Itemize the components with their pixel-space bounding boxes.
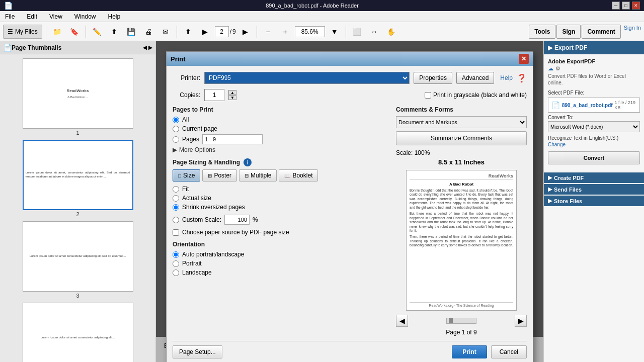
bookmark-button[interactable]: 🔖 <box>67 25 82 39</box>
tab-poster-label: Poster <box>214 172 231 179</box>
export-pdf-title: Export PDF <box>554 44 587 51</box>
save-button[interactable]: 💾 <box>124 25 139 39</box>
minimize-button[interactable]: ─ <box>612 2 620 10</box>
send-files-arrow: ▶ <box>548 186 552 193</box>
summarize-button[interactable]: Summarize Comments <box>396 131 527 145</box>
pan-button[interactable]: ✋ <box>384 25 399 39</box>
edit-button[interactable]: ✏️ <box>90 25 105 39</box>
page-range-input[interactable] <box>202 134 263 144</box>
change-link[interactable]: Change <box>548 142 640 147</box>
custom-scale-radio[interactable] <box>173 217 179 223</box>
menu-view[interactable]: View <box>46 12 65 21</box>
tab-booklet[interactable]: 📖 Booklet <box>279 169 318 182</box>
shrink-label: Shrink oversized pages <box>182 204 245 211</box>
send-files-section[interactable]: ▶ Send Files <box>544 184 644 195</box>
shrink-radio[interactable] <box>173 204 179 211</box>
tab-multiple[interactable]: ⊟ Multiple <box>239 169 277 182</box>
copies-input[interactable] <box>204 89 224 101</box>
comment-button[interactable]: Comment <box>582 25 620 39</box>
sizing-info-icon[interactable]: i <box>244 158 252 166</box>
choose-paper-label: Choose paper source by PDF page size <box>182 229 289 236</box>
print-dialog: Print ✕ Printer: PDF995 Properties Advan… <box>166 51 533 362</box>
menu-bar: File Edit View Window Help <box>0 11 644 22</box>
print-button[interactable]: 🖨 <box>141 25 156 39</box>
menu-help[interactable]: Help <box>105 12 124 21</box>
size-icon: □ <box>178 173 181 178</box>
page-all-radio[interactable] <box>173 117 179 123</box>
thumbnail-4[interactable]: Lorem ipsum dolor sit amet consectetur a… <box>23 303 133 362</box>
prev-page-button[interactable]: ▶ <box>198 25 213 39</box>
store-files-section[interactable]: ▶ Store Files <box>544 196 644 206</box>
window-controls: ─ □ ✕ <box>612 2 640 10</box>
actual-size-radio[interactable] <box>173 195 179 202</box>
prev-preview-button[interactable]: ◀ <box>396 315 408 327</box>
tools-button[interactable]: Tools <box>529 25 555 39</box>
properties-button[interactable]: Properties <box>414 72 452 84</box>
comments-select[interactable]: Document and Markups <box>396 116 527 128</box>
my-files-button[interactable]: ☰ My Files <box>3 25 42 39</box>
zoom-input[interactable] <box>295 26 325 37</box>
page-number-input[interactable] <box>215 26 229 37</box>
panel-collapse-button[interactable]: ◀ ▶ <box>143 45 152 50</box>
copies-up-button[interactable]: ▲ <box>228 90 236 95</box>
tab-multiple-label: Multiple <box>251 172 271 179</box>
help-icon[interactable]: ❓ <box>517 73 527 83</box>
page-thumbnails-icon: 📄 <box>3 44 12 52</box>
help-link[interactable]: Help <box>500 74 513 81</box>
landscape-radio[interactable] <box>173 269 179 276</box>
dialog-close-button[interactable]: ✕ <box>519 54 529 64</box>
print-button[interactable]: Print <box>452 345 487 358</box>
custom-scale-input[interactable] <box>224 215 250 225</box>
next-preview-button[interactable]: ▶ <box>515 315 527 327</box>
first-page-button[interactable]: ⬆ <box>181 25 196 39</box>
panel-header: 📄 Page Thumbnails ◀ ▶ <box>0 41 155 54</box>
grayscale-checkbox[interactable] <box>425 92 431 99</box>
menu-window[interactable]: Window <box>71 12 99 21</box>
page-setup-button[interactable]: Page Setup... <box>173 345 222 358</box>
menu-file[interactable]: File <box>2 12 18 21</box>
landscape-label: Landscape <box>182 269 212 276</box>
printer-select[interactable]: PDF995 <box>204 72 410 84</box>
zoom-dropdown-button[interactable]: ▼ <box>327 25 342 39</box>
sign-in-link[interactable]: Sign In <box>624 25 641 39</box>
thumbnails-list: ReadWorks A Bad Robot ... 1 Lorem ipsum … <box>0 54 155 362</box>
dialog-right-panel: Comments & Forms Document and Markups Su… <box>396 106 527 336</box>
auto-orientation-radio[interactable] <box>173 251 179 258</box>
fit-page-button[interactable]: ⬜ <box>350 25 365 39</box>
thumbnail-1[interactable]: ReadWorks A Bad Robot ... 1 <box>23 58 133 136</box>
zoom-in-button[interactable]: + <box>278 25 293 39</box>
open-folder-button[interactable]: 📁 <box>50 25 65 39</box>
pages-section: Pages to Print All Current page <box>173 106 390 153</box>
page-current-radio[interactable] <box>173 126 179 132</box>
upload-button[interactable]: ⬆ <box>107 25 122 39</box>
grayscale-option: Print in grayscale (black and white) <box>425 92 527 99</box>
advanced-button[interactable]: Advanced <box>456 72 494 84</box>
tab-poster[interactable]: ⊞ Poster <box>202 169 237 182</box>
next-page-button[interactable]: ▶ <box>238 25 253 39</box>
dialog-left-panel: Pages to Print All Current page <box>173 106 390 336</box>
tab-size[interactable]: □ Size <box>173 169 200 182</box>
maximize-button[interactable]: □ <box>622 2 630 10</box>
fit-radio[interactable] <box>173 186 179 193</box>
menu-edit[interactable]: Edit <box>24 12 40 21</box>
thumbnail-3[interactable]: Lorem ipsum dolor sit amet consectetur a… <box>23 221 133 299</box>
more-options-toggle[interactable]: ▶ More Options <box>173 146 390 153</box>
thumbnail-image-4: Lorem ipsum dolor sit amet consectetur a… <box>23 303 133 362</box>
convert-to-select[interactable]: Microsoft Word (*.docx) <box>548 121 640 132</box>
zoom-out-button[interactable]: − <box>261 25 276 39</box>
adobe-export-title: Adobe ExportPDF <box>548 58 640 64</box>
email-button[interactable]: ✉ <box>158 25 173 39</box>
choose-paper-checkbox[interactable] <box>173 229 179 236</box>
copies-down-button[interactable]: ▼ <box>228 95 236 100</box>
sign-button[interactable]: Sign <box>556 25 581 39</box>
close-button[interactable]: ✕ <box>632 2 640 10</box>
convert-button[interactable]: Convert <box>548 151 640 164</box>
portrait-radio[interactable] <box>173 260 179 267</box>
fit-width-button[interactable]: ↔ <box>367 25 382 39</box>
create-pdf-section[interactable]: ▶ Create PDF <box>544 172 644 183</box>
thumbnail-2[interactable]: Lorem ipsum dolor sit amet, consectetur … <box>23 140 133 217</box>
page-pages-radio[interactable] <box>173 136 179 143</box>
comments-section: Comments & Forms Document and Markups Su… <box>396 106 527 149</box>
create-pdf-label: Create PDF <box>554 175 584 181</box>
cancel-button[interactable]: Cancel <box>491 345 527 358</box>
